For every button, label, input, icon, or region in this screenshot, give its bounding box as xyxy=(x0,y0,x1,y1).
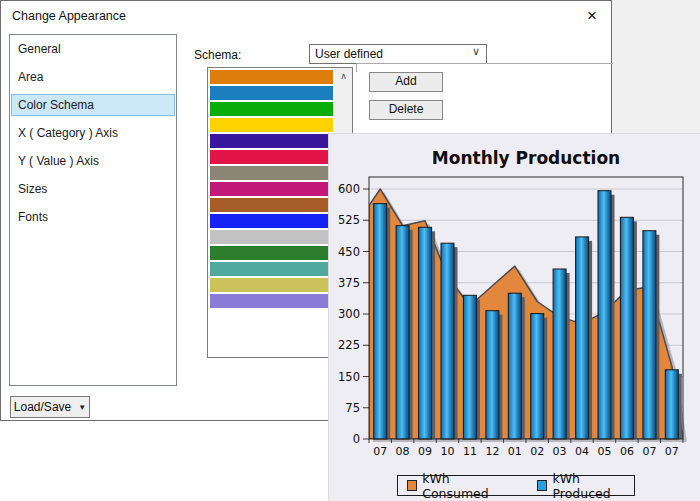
sidebar-item-label: Y ( Value ) Axis xyxy=(11,150,175,172)
svg-text:12: 12 xyxy=(485,445,499,458)
color-swatch-3[interactable] xyxy=(210,118,333,132)
svg-text:07: 07 xyxy=(373,445,387,458)
color-swatch-10[interactable] xyxy=(210,230,333,244)
legend-swatch-icon xyxy=(537,480,547,491)
sidebar-item-area[interactable]: Area xyxy=(10,63,176,91)
svg-text:11: 11 xyxy=(463,445,477,458)
schema-dropdown-value: User defined xyxy=(315,47,383,61)
close-icon[interactable]: × xyxy=(580,4,604,28)
dialog-title: Change Appearance xyxy=(12,9,126,23)
svg-text:07: 07 xyxy=(665,445,679,458)
svg-text:02: 02 xyxy=(530,445,544,458)
svg-text:0: 0 xyxy=(353,432,360,446)
sidebar-item-x-category-axis[interactable]: X ( Category ) Axis xyxy=(10,119,176,147)
color-swatch-2[interactable] xyxy=(210,102,333,116)
delete-button[interactable]: Delete xyxy=(369,100,443,120)
sidebar-item-general[interactable]: General xyxy=(10,35,176,63)
svg-text:08: 08 xyxy=(396,445,410,458)
svg-text:04: 04 xyxy=(575,445,589,458)
add-button[interactable]: Add xyxy=(369,72,443,92)
legend-label: kWh Produced xyxy=(552,471,634,501)
sidebar-item-label: X ( Category ) Axis xyxy=(11,122,175,144)
svg-text:150: 150 xyxy=(338,370,360,384)
load-save-button[interactable]: Load/Save ▼ xyxy=(10,396,90,418)
svg-text:75: 75 xyxy=(345,401,360,415)
sidebar-item-y-value-axis[interactable]: Y ( Value ) Axis xyxy=(10,147,176,175)
color-swatch-0[interactable] xyxy=(210,70,333,84)
legend-item: kWh Produced xyxy=(537,471,634,501)
svg-text:05: 05 xyxy=(598,445,612,458)
sidebar-item-label: Fonts xyxy=(11,206,175,228)
color-swatch-14[interactable] xyxy=(210,294,333,308)
color-swatch-8[interactable] xyxy=(210,198,333,212)
sidebar-list[interactable]: GeneralAreaColor SchemaX ( Category ) Ax… xyxy=(9,34,177,386)
scroll-up-icon[interactable]: ∧ xyxy=(335,68,352,85)
svg-text:600: 600 xyxy=(338,182,360,196)
svg-text:525: 525 xyxy=(338,213,360,227)
sidebar-item-color-schema[interactable]: Color Schema xyxy=(10,91,176,119)
svg-text:06: 06 xyxy=(620,445,634,458)
color-swatch-1[interactable] xyxy=(210,86,333,100)
menu-arrow-icon: ▼ xyxy=(78,403,86,412)
color-swatch-13[interactable] xyxy=(210,278,333,292)
chevron-down-icon: ∨ xyxy=(472,45,480,58)
color-swatch-11[interactable] xyxy=(210,246,333,260)
chart-legend: kWh ConsumedkWh Produced xyxy=(397,475,635,496)
sidebar-item-label: Sizes xyxy=(11,178,175,200)
svg-text:375: 375 xyxy=(338,276,360,290)
color-swatch-4[interactable] xyxy=(210,134,333,148)
chart-window: Monthly Production 070809101112010203040… xyxy=(328,133,700,501)
svg-text:450: 450 xyxy=(338,245,360,259)
sidebar-item-label: Color Schema xyxy=(11,94,175,116)
sidebar-item-label: Area xyxy=(11,66,175,88)
svg-text:225: 225 xyxy=(338,338,360,352)
schema-label: Schema: xyxy=(194,48,241,62)
sidebar-item-fonts[interactable]: Fonts xyxy=(10,203,176,231)
dialog-titlebar: Change Appearance × xyxy=(1,1,611,31)
color-swatch-7[interactable] xyxy=(210,182,333,196)
legend-item: kWh Consumed xyxy=(407,471,511,501)
color-swatch-9[interactable] xyxy=(210,214,333,228)
color-swatch-list xyxy=(210,70,333,310)
color-swatch-5[interactable] xyxy=(210,150,333,164)
screen: Change Appearance × GeneralAreaColor Sch… xyxy=(0,0,700,501)
chart-plot: 0708091011120102030405060707075150225300… xyxy=(329,134,700,501)
legend-label: kWh Consumed xyxy=(422,471,511,501)
schema-dropdown[interactable]: User defined ∨ xyxy=(309,44,487,64)
sidebar-item-label: General xyxy=(11,38,175,60)
color-swatch-6[interactable] xyxy=(210,166,333,180)
legend-swatch-icon xyxy=(407,480,417,491)
svg-text:300: 300 xyxy=(338,307,360,321)
sidebar-item-sizes[interactable]: Sizes xyxy=(10,175,176,203)
svg-text:07: 07 xyxy=(642,445,656,458)
color-swatch-12[interactable] xyxy=(210,262,333,276)
svg-text:03: 03 xyxy=(553,445,567,458)
svg-text:10: 10 xyxy=(441,445,455,458)
load-save-label: Load/Save xyxy=(14,400,71,414)
panel-border xyxy=(356,63,613,72)
svg-text:01: 01 xyxy=(508,445,522,458)
svg-text:09: 09 xyxy=(418,445,432,458)
